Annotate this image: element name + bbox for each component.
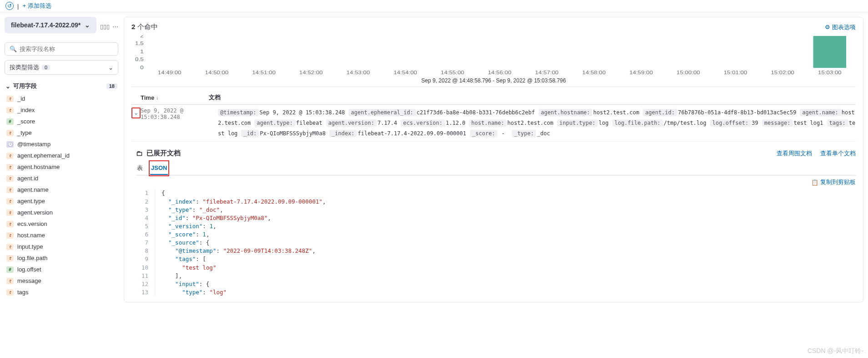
kv-key: _score: (470, 130, 498, 137)
kv-key: tags: (827, 119, 848, 127)
copy-icon: 📋 (811, 179, 818, 186)
search-icon: 🔍 (10, 46, 17, 52)
field-type-icon: t (6, 289, 14, 296)
field-item[interactable]: tmessage (5, 275, 118, 286)
ellipsis-icon[interactable]: ⋯ (112, 23, 118, 30)
kv-key: agent.type: (254, 119, 295, 127)
svg-text:14:55:00: 14:55:00 (441, 70, 464, 75)
column-header-time[interactable]: Time ↓ (131, 93, 209, 102)
field-item[interactable]: tagent.name (5, 184, 118, 195)
type-filter[interactable]: 按类型筛选 0 ⌄ (5, 60, 118, 75)
svg-text:14:53:00: 14:53:00 (346, 70, 370, 75)
svg-text:14:52:00: 14:52:00 (299, 70, 323, 75)
kv-key: message: (762, 119, 793, 127)
field-type-icon: t (6, 255, 14, 261)
field-type-icon: t (6, 96, 14, 102)
field-name: agent.ephemeral_id (17, 152, 70, 159)
divider: | (17, 3, 19, 10)
kv-value: c21f73d6-ba8e-4b08-b331-76debb6c2ebf (417, 109, 535, 116)
field-item[interactable]: tinput.type (5, 241, 118, 252)
view-single-link[interactable]: 查看单个文档 (820, 149, 856, 158)
field-name: agent.hostname (17, 164, 60, 170)
svg-rect-20 (813, 36, 847, 68)
available-fields-header[interactable]: ⌄ 可用字段 18 (5, 79, 118, 93)
kv-value: - (498, 130, 508, 137)
field-name: log.file.path (17, 255, 48, 261)
field-item[interactable]: thost.name (5, 230, 118, 241)
field-type-icon: t (6, 130, 14, 136)
kv-value: filebeat-7.17.4-2022.09.09-000001 (358, 130, 466, 137)
field-item[interactable]: tagent.hostname (5, 161, 118, 173)
hits-label: 2 个命中 (131, 23, 158, 31)
svg-text:15:02:00: 15:02:00 (771, 70, 794, 75)
kv-value: test log1 (794, 120, 823, 126)
kv-value: 76b7876b-051a-4df8-8b13-bd013ac5ec59 (678, 109, 796, 116)
svg-text:14:54:00: 14:54:00 (394, 70, 417, 75)
field-type-icon: t (6, 232, 14, 239)
field-search-input[interactable] (20, 46, 113, 52)
kv-value: Px-QIoMBFSSSybjyM0a8 (260, 130, 326, 137)
tab-json[interactable]: JSON (150, 162, 168, 175)
column-header-doc[interactable]: 文档 (209, 93, 856, 102)
svg-text:14:57:00: 14:57:00 (535, 70, 559, 75)
field-name: ecs.version (17, 220, 47, 227)
kv-key: input.type: (557, 119, 598, 127)
field-type-icon: 🕑 (6, 141, 14, 148)
svg-text:14:58:00: 14:58:00 (582, 70, 606, 75)
field-type-icon: t (6, 107, 14, 113)
field-item[interactable]: #log.offset (5, 264, 118, 275)
add-filter-button[interactable]: + 添加筛选 (22, 2, 51, 10)
field-item[interactable]: #_score (5, 116, 118, 127)
field-type-icon: t (6, 278, 14, 284)
histogram-chart[interactable]: 00.511.5214:49:0014:50:0014:51:0014:52:0… (131, 35, 856, 87)
field-item[interactable]: tagent.id (5, 173, 118, 184)
copy-to-clipboard-button[interactable]: 📋 复制到剪贴板 (811, 178, 856, 186)
expand-toggle[interactable]: ⌄ (131, 107, 141, 118)
field-item[interactable]: tlog.file.path (5, 252, 118, 264)
history-icon[interactable]: ↺ (5, 2, 14, 10)
field-item[interactable]: ttags (5, 286, 118, 298)
kv-value: host2.test.com (507, 120, 553, 126)
kv-value: 39 (752, 120, 758, 126)
kv-key: _type: (512, 130, 536, 137)
field-name: tags (17, 289, 29, 296)
field-item[interactable]: tagent.version (5, 207, 118, 218)
chart-options-button[interactable]: ⚙ 图表选项 (825, 23, 856, 31)
columns-icon[interactable]: ▯▯▯ (100, 23, 110, 30)
field-name: message (17, 277, 41, 284)
kv-value: 1.12.0 (446, 120, 465, 126)
kv-key: log.file.path: (612, 119, 663, 127)
view-surrounding-link[interactable]: 查看周围文档 (777, 149, 812, 158)
kv-key: agent.ephemeral_id: (348, 109, 415, 116)
kv-key: agent.version: (326, 119, 377, 127)
doc-summary: @timestamp:Sep 9, 2022 @ 15:03:38.248age… (218, 107, 856, 138)
gear-icon: ⚙ (825, 24, 830, 31)
svg-text:14:59:00: 14:59:00 (629, 70, 653, 75)
expanded-doc-title: 已展开文档 (146, 149, 181, 158)
field-item[interactable]: tecs.version (5, 218, 118, 230)
tab-table[interactable]: 表 (136, 161, 144, 175)
svg-text:14:56:00: 14:56:00 (488, 70, 511, 75)
field-item[interactable]: t_id (5, 93, 118, 104)
field-name: host.name (17, 232, 45, 239)
svg-text:15:01:00: 15:01:00 (724, 70, 747, 75)
kv-value: 7.17.4 (378, 120, 397, 126)
field-item[interactable]: tagent.ephemeral_id (5, 150, 118, 161)
index-pattern-selector[interactable]: filebeat-7.17.4-2022.09* ⌄ (5, 17, 96, 33)
field-search[interactable]: 🔍 (5, 42, 118, 56)
field-item[interactable]: 🕑@timestamp (5, 138, 118, 150)
kv-value: filebeat (296, 120, 323, 126)
kv-key: _index: (329, 130, 357, 137)
svg-text:1.5: 1.5 (135, 41, 144, 46)
field-type-icon: t (6, 221, 14, 227)
field-item[interactable]: tagent.type (5, 195, 118, 207)
kv-value: Sep 9, 2022 @ 15:03:38.248 (259, 109, 345, 116)
field-item[interactable]: t_index (5, 104, 118, 116)
field-name: input.type (17, 243, 43, 250)
field-item[interactable]: t_type (5, 127, 118, 138)
kv-key: agent.name: (800, 109, 840, 116)
type-filter-label: 按类型筛选 (10, 63, 39, 72)
field-name: _score (17, 118, 35, 125)
field-type-icon: t (6, 244, 14, 250)
chevron-down-icon: ⌄ (108, 64, 113, 71)
